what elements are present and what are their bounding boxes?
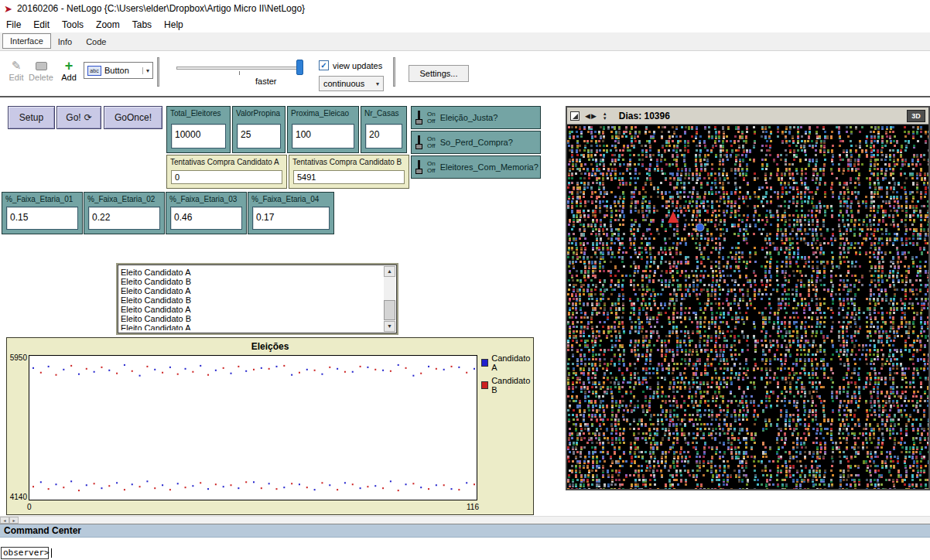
toolbar-separator bbox=[393, 57, 395, 87]
tab-code[interactable]: Code bbox=[79, 35, 113, 49]
view-header: ◀▶ ▲ ▼ Dias: 10396 3D bbox=[567, 108, 928, 125]
toggle-knob[interactable] bbox=[415, 169, 422, 174]
monitor-label: Tentativas Compra Candidato B bbox=[292, 158, 405, 166]
widget-type-chooser[interactable]: abc Button ▾ bbox=[84, 62, 153, 79]
scroll-down-icon[interactable]: ▼ bbox=[384, 321, 395, 332]
observer-dropdown[interactable]: observer> bbox=[1, 547, 49, 559]
monitor-label: Tentativas Compra Candidato A bbox=[170, 158, 283, 166]
switch-toggle[interactable] bbox=[415, 159, 422, 176]
menu-file[interactable]: File bbox=[0, 18, 27, 32]
output-line: Eleito Candidato B bbox=[121, 314, 381, 323]
add-widget-button[interactable]: + Add bbox=[56, 59, 82, 82]
setup-button-label: Setup bbox=[19, 112, 43, 123]
monitor-faixa-etaria-03: %_Faixa_Etaria_03 0.46 bbox=[166, 192, 247, 234]
speed-slider-thumb[interactable] bbox=[296, 60, 303, 75]
monitor-value: 0.17 bbox=[252, 207, 330, 230]
monitor-label: %_Faixa_Etaria_03 bbox=[169, 195, 243, 203]
arrow-down-icon: ▼ bbox=[603, 116, 607, 121]
edit-widget-label: Edit bbox=[3, 73, 29, 82]
legend-item-candidato-a: Candidato A bbox=[481, 353, 533, 372]
speed-slider-label: faster bbox=[255, 77, 277, 86]
switch-so-perd-compra[interactable]: On Off So_Perd_Compra? bbox=[411, 131, 541, 154]
menu-tools[interactable]: Tools bbox=[56, 18, 90, 32]
switch-on-label: On bbox=[427, 160, 436, 167]
output-widget: Eleito Candidato A Eleito Candidato B El… bbox=[116, 263, 398, 335]
legend-item-candidato-b: Candidato B bbox=[481, 376, 533, 394]
plot-eleicoes: Eleições 5950 4140 0 116 Candidato A Can… bbox=[6, 337, 534, 515]
switch-toggle[interactable] bbox=[415, 109, 422, 126]
edit-view-icon[interactable] bbox=[570, 111, 580, 121]
monitor-faixa-etaria-04: %_Faixa_Etaria_04 0.17 bbox=[248, 192, 334, 234]
output-scrollbar[interactable]: ▲ ▼ bbox=[384, 266, 395, 332]
monitor-value: 0.46 bbox=[170, 207, 242, 230]
output-line: Eleito Candidato A bbox=[121, 268, 381, 277]
command-center-title: Command Center bbox=[4, 525, 81, 536]
settings-button[interactable]: Settings... bbox=[409, 65, 469, 82]
plot-canvas bbox=[29, 356, 477, 500]
legend-swatch-candidato-a bbox=[481, 359, 488, 367]
scroll-left-icon[interactable]: ◂ bbox=[0, 517, 9, 524]
horizontal-arrows-icon[interactable]: ◀▶ bbox=[585, 112, 597, 120]
interface-canvas: Setup Go! ⟳ GoOnce! Total_Eleitores 1000… bbox=[0, 97, 930, 516]
scroll-right-icon[interactable]: ▸ bbox=[9, 517, 19, 524]
forever-icon: ⟳ bbox=[84, 112, 92, 123]
switch-eleicao-justa[interactable]: On Off Eleição_Justa? bbox=[411, 106, 541, 129]
scroll-up-icon[interactable]: ▲ bbox=[384, 266, 395, 277]
legend-label: Candidato A bbox=[491, 353, 533, 372]
monitor-tentativas-a: Tentativas Compra Candidato A 0 bbox=[166, 155, 287, 189]
switch-label: So_Perd_Compra? bbox=[440, 138, 513, 147]
speed-slider-track[interactable] bbox=[176, 67, 303, 70]
window-title: 20160206 - NetLogo {C:\Users\elder\Dropb… bbox=[17, 3, 305, 14]
switch-off-label: Off bbox=[427, 142, 436, 149]
plus-icon: + bbox=[56, 59, 82, 73]
toggle-knob[interactable] bbox=[415, 119, 422, 125]
legend-swatch-candidato-b bbox=[481, 381, 488, 389]
x-axis-min-label: 0 bbox=[27, 503, 32, 511]
tab-info[interactable]: Info bbox=[51, 35, 79, 49]
update-mode-dropdown[interactable]: continuous ▾ bbox=[319, 76, 384, 91]
vertical-arrows-icon[interactable]: ▲ ▼ bbox=[603, 111, 607, 121]
menu-edit[interactable]: Edit bbox=[27, 18, 56, 32]
horizontal-scrollbar[interactable]: ◂ ▸ bbox=[0, 516, 930, 524]
switch-on-label: On bbox=[427, 135, 436, 142]
menu-help[interactable]: Help bbox=[158, 18, 190, 32]
widget-type-value: Button bbox=[104, 66, 129, 75]
monitor-valor-propina: ValorPropina 25 bbox=[232, 106, 285, 153]
output-line: Eleito Candidato B bbox=[121, 277, 381, 286]
command-center-header[interactable]: Command Center bbox=[0, 524, 930, 538]
monitor-label: ValorPropina bbox=[236, 109, 282, 118]
view-3d-button[interactable]: 3D bbox=[907, 110, 925, 122]
toggle-knob[interactable] bbox=[415, 144, 422, 149]
menu-zoom[interactable]: Zoom bbox=[90, 18, 126, 32]
go-button[interactable]: Go! ⟳ bbox=[56, 106, 101, 129]
tab-interface[interactable]: Interface bbox=[2, 33, 51, 49]
x-axis-max-label: 116 bbox=[467, 503, 479, 511]
tab-bar: Interface Info Code bbox=[0, 32, 930, 51]
go-once-button[interactable]: GoOnce! bbox=[104, 106, 162, 129]
view-updates-checkbox[interactable]: ✓ bbox=[319, 60, 329, 70]
world-canvas[interactable] bbox=[567, 125, 928, 489]
add-widget-label: Add bbox=[56, 73, 82, 82]
delete-widget-button[interactable]: Delete bbox=[28, 59, 54, 82]
toolbar-separator bbox=[157, 57, 159, 87]
interface-toolbar: ✎ Edit Delete + Add abc Button ▾ faster … bbox=[0, 51, 930, 97]
monitor-proxima-eleicao: Proxima_Eleicao 100 bbox=[287, 106, 359, 153]
monitor-value: 0 bbox=[171, 170, 282, 184]
tick-counter: Dias: 10396 bbox=[619, 111, 670, 121]
y-axis-min-label: 4140 bbox=[8, 493, 27, 501]
monitor-value: 10000 bbox=[171, 124, 226, 149]
monitor-value: 5491 bbox=[293, 170, 405, 184]
menu-tabs[interactable]: Tabs bbox=[126, 18, 158, 32]
monitor-label: %_Faixa_Etaria_01 bbox=[5, 195, 79, 203]
go-button-label: Go! bbox=[66, 112, 80, 123]
switch-toggle[interactable] bbox=[415, 134, 422, 151]
edit-widget-button[interactable]: ✎ Edit bbox=[3, 59, 29, 82]
command-center: Command Center observer> bbox=[0, 524, 930, 560]
scrollbar-thumb[interactable] bbox=[384, 300, 395, 320]
monitor-value: 100 bbox=[292, 124, 354, 149]
switch-eleitores-com-memoria[interactable]: On Off Eleitores_Com_Memoria? bbox=[411, 155, 541, 179]
setup-button[interactable]: Setup bbox=[8, 106, 55, 129]
netlogo-window: ➤ 20160206 - NetLogo {C:\Users\elder\Dro… bbox=[0, 0, 930, 560]
monitor-label: Proxima_Eleicao bbox=[291, 109, 355, 118]
command-input[interactable] bbox=[52, 547, 929, 558]
